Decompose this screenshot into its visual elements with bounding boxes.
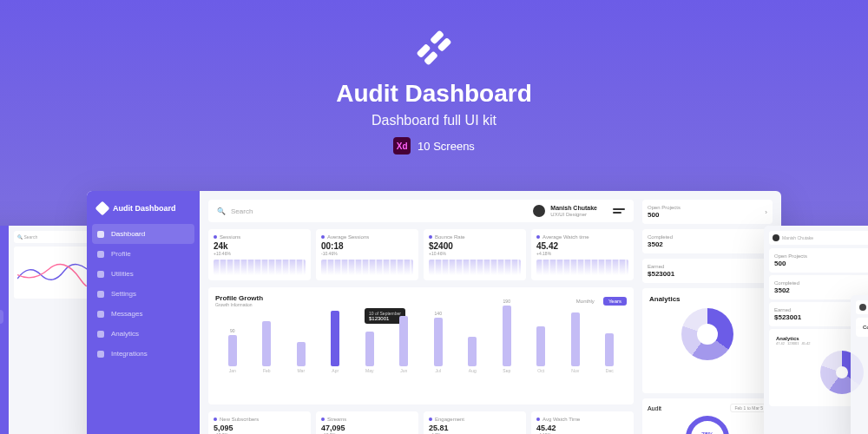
- search-input[interactable]: 🔍Search: [217, 207, 253, 215]
- stat-sessions[interactable]: Sessions24k+10.46%: [208, 229, 311, 280]
- side-completed[interactable]: Completed3502›: [642, 229, 773, 253]
- stat-watch-time[interactable]: Average Watch time45.42+4.18%: [531, 229, 634, 280]
- logo-icon: [412, 26, 456, 69]
- chevron-right-icon: ›: [765, 208, 767, 216]
- dashboard-icon: [97, 231, 104, 238]
- user-name: Manish Chutake: [550, 205, 597, 212]
- audit-card: AuditFeb 1 to Mar 5 75%: [642, 398, 773, 434]
- preview-screen-far-right: Manish Chutake Congress: [851, 295, 868, 434]
- screens-count: 10 Screens: [418, 140, 475, 153]
- nav-messages[interactable]: Messages: [87, 304, 200, 324]
- stat-avg-sessions[interactable]: Average Sessions00:18-10.46%: [316, 229, 418, 280]
- nav-dashboard[interactable]: Dashboard: [92, 224, 194, 244]
- stat-subscribers[interactable]: New Subscribers5,095+18.7%: [208, 411, 311, 434]
- user-role: UX/UI Designer: [550, 212, 597, 218]
- settings-icon: [97, 291, 104, 298]
- nav-integrations[interactable]: Integrations: [87, 344, 200, 364]
- hero-subtitle: Dashboard full UI kit: [0, 113, 868, 128]
- stat-avg-watch[interactable]: Avg Watch Time45.42+4.18%: [531, 411, 634, 434]
- stat-bounce[interactable]: Bounce Rate$2400+10.46%: [424, 229, 526, 280]
- tab-years[interactable]: Years: [603, 297, 627, 306]
- gauge-chart: 75%: [686, 416, 729, 434]
- brand: Audit Dashboard: [87, 200, 200, 224]
- analytics-card: Analytics: [642, 288, 773, 393]
- sidebar: Audit Dashboard Dashboard Profile Utilit…: [87, 191, 200, 434]
- topbar: 🔍Search Manish ChutakeUX/UI Designer: [208, 200, 634, 222]
- side-open-projects[interactable]: Open Projects500›: [642, 200, 773, 224]
- stat-streams[interactable]: Streams47,095+18.7%: [316, 411, 418, 434]
- menu-icon[interactable]: [613, 208, 625, 214]
- pie-chart: [681, 308, 733, 360]
- stat-engagement[interactable]: Engagement25.81+4.7%: [424, 411, 526, 434]
- date-range-picker[interactable]: Feb 1 to Mar 5: [730, 404, 767, 412]
- search-icon: 🔍: [217, 207, 226, 215]
- analytics-icon: [97, 331, 104, 338]
- profile-growth-chart: Profile GrowthGrowth Information Monthly…: [208, 287, 634, 404]
- tab-monthly[interactable]: Monthly: [571, 297, 600, 306]
- chart-title: Profile Growth: [215, 294, 263, 302]
- avatar: [533, 205, 545, 217]
- side-earned[interactable]: Earned$523001›: [642, 259, 773, 283]
- hero-title: Audit Dashboard: [0, 80, 868, 108]
- brand-icon: [95, 201, 110, 216]
- nav-settings[interactable]: Settings: [87, 284, 200, 304]
- profile-icon: [97, 251, 104, 258]
- utilities-icon: [97, 271, 104, 278]
- stats-row: Sessions24k+10.46% Average Sessions00:18…: [208, 229, 634, 280]
- preview-screen-main: Audit Dashboard Dashboard Profile Utilit…: [87, 191, 781, 434]
- nav-profile[interactable]: Profile: [87, 244, 200, 264]
- bottom-stats: New Subscribers5,095+18.7% Streams47,095…: [208, 411, 634, 434]
- messages-icon: [97, 311, 104, 318]
- nav-utilities[interactable]: Utilities: [87, 264, 200, 284]
- nav-analytics[interactable]: Analytics: [87, 324, 200, 344]
- user-menu[interactable]: Manish ChutakeUX/UI Designer: [533, 205, 625, 217]
- xd-badge-icon: Xd: [393, 137, 411, 155]
- integrations-icon: [97, 351, 104, 358]
